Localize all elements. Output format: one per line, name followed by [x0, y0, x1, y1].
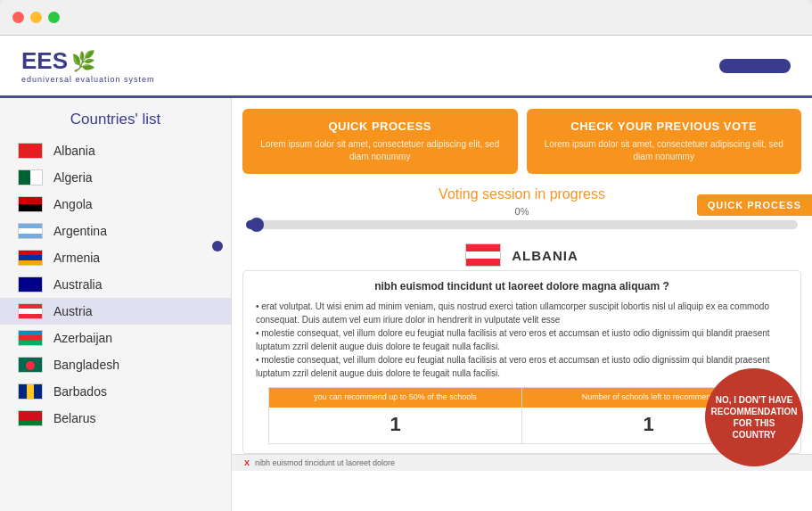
flag-azerbaijan [18, 330, 43, 346]
sidebar-title: Countries' list [0, 98, 231, 137]
country-name: Barbados [53, 384, 107, 399]
sidebar: Countries' list Albania Algeria Angola [0, 98, 232, 511]
flag-austria [18, 303, 43, 319]
list-item[interactable]: Angola [0, 191, 231, 218]
flag-bangladesh [18, 357, 43, 373]
list-item[interactable]: Algeria [0, 164, 231, 191]
flag-algeria [18, 169, 43, 185]
action-cards: QUICK PROCESS Lorem ipsum dolor sit amet… [232, 98, 812, 181]
logo-subtitle: eduniversal evaluation system [21, 75, 155, 84]
country-name: Azerbaijan [53, 331, 112, 345]
progress-dot [250, 218, 264, 232]
check-previous-card[interactable]: CHECK YOUR PREVIOUS VOTE Lorem ipsum dol… [527, 109, 802, 174]
app-container: EES 🌿 eduniversal evaluation system QUIC… [0, 36, 812, 511]
rec-col-left-value: 1 [269, 408, 521, 443]
close-button[interactable] [12, 12, 24, 23]
list-item[interactable]: Belarus [0, 405, 231, 432]
no-recommendation-button[interactable]: NO, I DON'T HAVE RECOMMENDATION FOR THIS… [705, 368, 803, 466]
rec-col-left: you can recommend up to 50% of the schoo… [269, 388, 522, 443]
country-name: Armenia [53, 251, 100, 265]
country-name: Austria [53, 304, 93, 318]
quick-process-desc: Lorem ipsum dolor sit amet, consectetuer… [257, 138, 504, 163]
progress-bar-fill [246, 220, 257, 229]
maximize-button[interactable] [48, 12, 60, 23]
logo-area: EES 🌿 eduniversal evaluation system [21, 47, 155, 84]
bottom-bar-x: X [244, 458, 250, 467]
header-button[interactable] [719, 59, 791, 73]
list-item[interactable]: Armenia [0, 244, 231, 271]
country-name: Belarus [53, 411, 95, 425]
country-name: Bangladesh [53, 358, 119, 372]
flag-australia [18, 276, 43, 293]
country-name: Algeria [53, 170, 93, 185]
logo-text: EES [21, 47, 68, 75]
logo-leaf-icon: 🌿 [71, 50, 95, 73]
list-item[interactable]: Bangladesh [0, 351, 231, 378]
quick-process-title: QUICK PROCESS [257, 120, 504, 133]
bottom-bar-text: nibh euismod tincidunt ut laoreet dolore [255, 458, 395, 467]
app-header: EES 🌿 eduniversal evaluation system [0, 36, 812, 98]
country-display: ALBANIA [232, 243, 812, 267]
current-country-name: ALBANIA [512, 248, 578, 263]
flag-barbados [18, 383, 43, 400]
main-content: QUICK PROCESS Countries' list Albania Al… [0, 98, 812, 511]
list-item[interactable]: Azerbaijan [0, 325, 231, 351]
flag-argentina [18, 223, 43, 239]
country-name: Albania [53, 144, 95, 158]
list-item[interactable]: Albania [0, 137, 231, 164]
country-name: Angola [53, 197, 93, 211]
current-country-flag [465, 243, 501, 267]
minimize-button[interactable] [30, 12, 42, 23]
question-title: nibh euismod tincidunt ut laoreet dolore… [256, 280, 788, 293]
list-item[interactable]: Australia [0, 271, 231, 298]
flag-albania [18, 143, 43, 159]
flag-belarus [18, 410, 43, 426]
country-list: Albania Algeria Angola Argentina Armenia [0, 137, 231, 511]
country-name: Australia [53, 277, 102, 292]
progress-bar-bg [246, 220, 798, 229]
window-chrome [0, 0, 812, 36]
scroll-indicator[interactable] [212, 241, 223, 251]
rec-col-left-header: you can recommend up to 50% of the schoo… [269, 388, 521, 408]
recommendation-table: you can recommend up to 50% of the schoo… [268, 387, 775, 444]
list-item-austria[interactable]: Austria [0, 298, 231, 325]
flag-angola [18, 196, 43, 212]
flag-armenia [18, 250, 43, 266]
logo: EES 🌿 [21, 47, 95, 75]
quick-process-tab[interactable]: QUICK PROCESS [697, 194, 812, 216]
country-name: Argentina [53, 224, 107, 238]
check-previous-title: CHECK YOUR PREVIOUS VOTE [541, 120, 788, 133]
question-body: • erat volutpat. Ut wisi enim ad minim v… [256, 300, 788, 380]
list-item[interactable]: Argentina [0, 218, 231, 244]
check-previous-desc: Lorem ipsum dolor sit amet, consectetuer… [541, 138, 788, 163]
progress-container [246, 220, 798, 229]
list-item[interactable]: Barbados [0, 378, 231, 405]
quick-process-card[interactable]: QUICK PROCESS Lorem ipsum dolor sit amet… [242, 109, 518, 174]
